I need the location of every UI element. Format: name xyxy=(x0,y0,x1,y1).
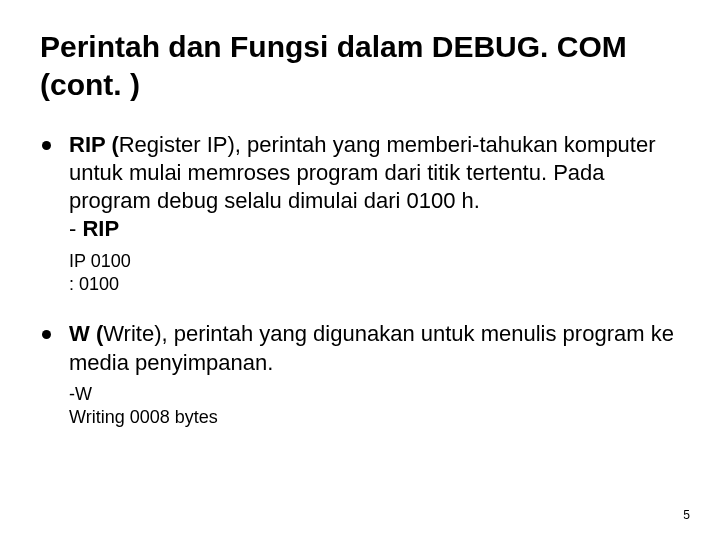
w-output: -W Writing 0008 bytes xyxy=(69,383,680,430)
w-label: W ( xyxy=(69,321,103,346)
bullet-icon xyxy=(42,330,51,339)
bullet-icon xyxy=(42,141,51,150)
rip-label: RIP ( xyxy=(69,132,119,157)
bullet-text-1: RIP (Register IP), perintah yang memberi… xyxy=(69,131,680,244)
rip-output-line2: : 0100 xyxy=(69,273,680,296)
rip-output-line1: IP 0100 xyxy=(69,250,680,273)
bullet-item-2: W (Write), perintah yang digunakan untuk… xyxy=(40,320,680,376)
slide-title: Perintah dan Fungsi dalam DEBUG. COM (co… xyxy=(40,28,680,103)
w-output-line2: Writing 0008 bytes xyxy=(69,406,680,429)
bullet-item-1: RIP (Register IP), perintah yang memberi… xyxy=(40,131,680,244)
rip-cmd: RIP xyxy=(82,216,119,241)
bullet-text-2: W (Write), perintah yang digunakan untuk… xyxy=(69,320,680,376)
w-output-line1: -W xyxy=(69,383,680,406)
rip-output: IP 0100 : 0100 xyxy=(69,250,680,297)
rip-desc: Register IP), perintah yang memberi-tahu… xyxy=(69,132,656,213)
dash: - xyxy=(69,216,82,241)
w-desc: Write), perintah yang digunakan untuk me… xyxy=(69,321,674,374)
page-number: 5 xyxy=(683,508,690,522)
